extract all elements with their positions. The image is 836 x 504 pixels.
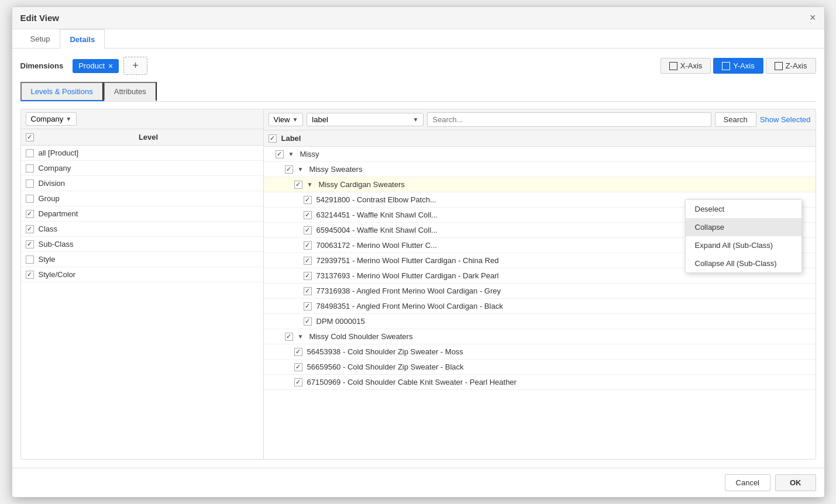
subclass-level-label: Sub-Class (39, 240, 259, 248)
list-item: Class (21, 222, 263, 237)
product-tag-label: Product (78, 61, 105, 70)
right-rows: ▼ Missy ▼ Missy Sweaters ▼ Missy Cardiga… (264, 147, 816, 459)
row13-checkbox[interactable] (294, 348, 302, 356)
table-row: DPM 0000015 (264, 314, 816, 329)
division-level-label: Division (39, 179, 259, 188)
z-axis-icon (775, 62, 783, 70)
sub-tabs-row: Levels & Positions Attributes (20, 82, 816, 102)
x-axis-button[interactable]: X-Axis (660, 58, 711, 74)
row14-checkbox[interactable] (294, 363, 302, 371)
tab-details[interactable]: Details (60, 29, 105, 49)
y-axis-icon (722, 62, 730, 70)
company-level-label: Company (39, 164, 259, 172)
row9-checkbox[interactable] (304, 287, 312, 295)
row7-checkbox[interactable] (304, 257, 312, 265)
ok-button[interactable]: OK (775, 474, 816, 491)
left-toolbar: Company ▼ (21, 109, 263, 129)
label-dropdown-chevron: ▼ (412, 116, 418, 123)
group-checkbox[interactable] (26, 195, 34, 203)
cold-shoulder-checkbox[interactable] (285, 333, 293, 341)
style-checkbox[interactable] (26, 256, 34, 264)
row8-checkbox[interactable] (304, 272, 312, 280)
table-row: 77316938 - Angled Front Merino Wool Card… (264, 284, 816, 299)
list-item: Style (21, 252, 263, 267)
close-button[interactable]: × (810, 12, 816, 24)
company-dropdown[interactable]: Company ▼ (26, 112, 77, 126)
table-row: 56659560 - Cold Shoulder Zip Sweater - B… (264, 360, 816, 375)
list-item: Company (21, 161, 263, 176)
tab-setup[interactable]: Setup (20, 29, 60, 48)
class-level-label: Class (39, 225, 259, 233)
cold-shoulder-tree-icon: ▼ (298, 333, 304, 340)
x-axis-icon (669, 62, 677, 70)
table-row: 78498351 - Angled Front Merino Wool Card… (264, 299, 816, 314)
right-header-checkbox[interactable] (269, 134, 277, 143)
dimensions-section: Dimensions Product × + X-Axis Y-Axis Z-A… (20, 57, 816, 75)
company-dropdown-chevron: ▼ (66, 116, 71, 122)
row13-label: 56453938 - Cold Shoulder Zip Sweater - M… (307, 347, 811, 356)
row4-checkbox[interactable] (304, 211, 312, 219)
context-collapse[interactable]: Collapse (686, 218, 801, 236)
all-product-label: all [Product] (39, 149, 259, 157)
axis-buttons: X-Axis Y-Axis Z-Axis (660, 58, 816, 74)
missy-cardigan-checkbox[interactable] (294, 181, 302, 189)
department-checkbox[interactable] (26, 210, 34, 218)
right-panel-header: Label (264, 130, 816, 147)
context-collapse-all[interactable]: Collapse All (Sub-Class) (686, 254, 801, 272)
product-dimension-tag: Product × (73, 59, 119, 73)
level-header-checkbox[interactable] (26, 133, 34, 141)
row9-label: 77316938 - Angled Front Merino Wool Card… (316, 286, 811, 295)
missy-cardigan-tree-icon: ▼ (307, 181, 313, 188)
label-column-header: Label (281, 134, 301, 143)
table-row: ▼ Missy (264, 147, 816, 162)
remove-product-tag[interactable]: × (108, 61, 113, 71)
row15-checkbox[interactable] (294, 378, 302, 386)
stylecolor-checkbox[interactable] (26, 271, 34, 279)
view-dropdown[interactable]: View ▼ (269, 113, 304, 126)
modal-container: Edit View × Setup Details Dimensions Pro… (12, 6, 825, 498)
row3-checkbox[interactable] (304, 196, 312, 204)
search-button[interactable]: Search (715, 112, 756, 127)
show-selected-button[interactable]: Show Selected (760, 115, 811, 124)
row10-checkbox[interactable] (304, 302, 312, 310)
label-dropdown[interactable]: label ▼ (307, 113, 424, 126)
all-product-checkbox[interactable] (26, 149, 34, 157)
label-dropdown-value: label (312, 115, 328, 124)
add-dimension-button[interactable]: + (123, 57, 147, 75)
missy-checkbox[interactable] (276, 150, 284, 158)
content-area: Company ▼ Level all [Product] (20, 109, 816, 460)
dpm-checkbox[interactable] (304, 317, 312, 326)
search-input[interactable] (427, 112, 711, 127)
group-level-label: Group (39, 194, 259, 203)
y-axis-button[interactable]: Y-Axis (713, 58, 763, 74)
cancel-button[interactable]: Cancel (725, 474, 770, 491)
y-axis-label: Y-Axis (733, 61, 754, 70)
subtab-levels-positions[interactable]: Levels & Positions (20, 82, 104, 101)
z-axis-button[interactable]: Z-Axis (766, 58, 816, 74)
table-row: 67150969 - Cold Shoulder Cable Knit Swea… (264, 375, 816, 390)
right-panel: View ▼ label ▼ Search Show Selected Labe… (264, 109, 816, 459)
modal-title: Edit View (20, 13, 59, 23)
view-label: View (274, 115, 290, 124)
company-checkbox[interactable] (26, 164, 34, 172)
context-deselect[interactable]: Deselect (686, 200, 801, 218)
context-expand-all[interactable]: Expand All (Sub-Class) (686, 236, 801, 254)
table-row[interactable]: ▼ Missy Cardigan Sweaters (264, 177, 816, 192)
department-level-label: Department (39, 209, 259, 218)
list-item: Sub-Class (21, 237, 263, 252)
style-level-label: Style (39, 255, 259, 264)
missy-cardigan-label: Missy Cardigan Sweaters (318, 180, 810, 189)
subclass-checkbox[interactable] (26, 240, 34, 248)
subtab-attributes[interactable]: Attributes (104, 82, 157, 101)
view-dropdown-chevron: ▼ (292, 116, 298, 123)
list-item: Department (21, 206, 263, 222)
row6-checkbox[interactable] (304, 241, 312, 250)
class-checkbox[interactable] (26, 225, 34, 233)
division-checkbox[interactable] (26, 179, 34, 188)
missy-sweaters-checkbox[interactable] (285, 165, 293, 174)
modal-footer: Cancel OK (12, 468, 824, 497)
left-panel: Company ▼ Level all [Product] (21, 109, 264, 459)
row5-checkbox[interactable] (304, 226, 312, 234)
list-item: Division (21, 176, 263, 191)
context-menu: Deselect Collapse Expand All (Sub-Class)… (685, 199, 802, 273)
